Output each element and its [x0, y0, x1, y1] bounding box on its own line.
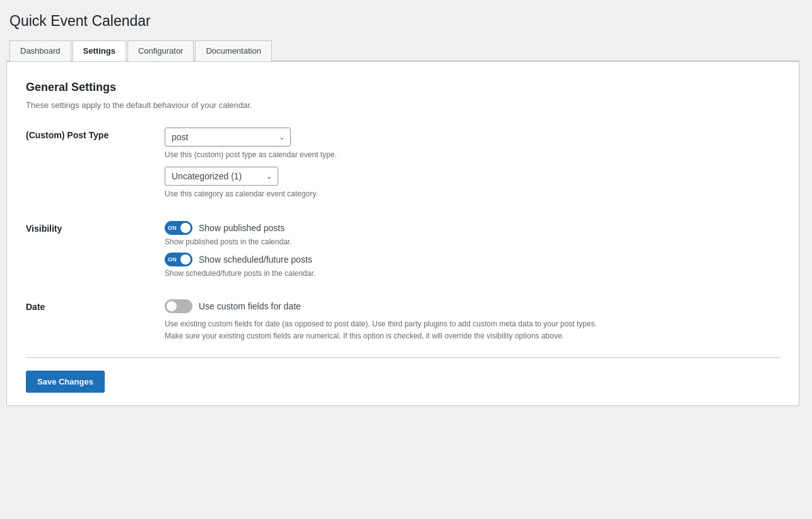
post-type-control: post page custom ⌄ Use this (custom) pos…: [165, 128, 780, 206]
show-scheduled-label: Show scheduled/future posts: [199, 254, 312, 265]
show-scheduled-toggle[interactable]: ON: [165, 253, 192, 266]
show-published-help: Show published posts in the calendar.: [165, 237, 780, 246]
date-label: Date: [26, 299, 165, 312]
post-type-select-wrapper: post page custom ⌄: [165, 128, 291, 146]
tab-configurator[interactable]: Configurator: [127, 40, 194, 61]
page-title: Quick Event Calendar: [6, 13, 799, 30]
tabs-nav: Dashboard Settings Configurator Document…: [6, 40, 799, 61]
date-toggle-row: Use custom fields for date: [165, 299, 780, 313]
category-select[interactable]: Uncategorized (1) Category 2: [165, 167, 278, 186]
date-description: Use existing custom fields for date (as …: [165, 318, 606, 342]
show-scheduled-row: ON Show scheduled/future posts: [165, 253, 780, 266]
section-description: These settings apply to the default beha…: [26, 100, 780, 110]
tab-dashboard[interactable]: Dashboard: [9, 40, 71, 61]
save-button[interactable]: Save Changes: [26, 371, 105, 393]
post-type-label: (Custom) Post Type: [26, 128, 165, 140]
date-toggle[interactable]: [165, 299, 192, 313]
show-scheduled-slider: ON: [165, 253, 192, 266]
visibility-label: Visibility: [26, 221, 165, 234]
post-type-select[interactable]: post page custom: [165, 128, 291, 146]
date-slider: [165, 299, 192, 313]
date-row: Date Use custom fields for date Use exis…: [26, 299, 780, 342]
tab-settings[interactable]: Settings: [73, 40, 126, 61]
post-type-help: Use this (custom) post type as calendar …: [165, 150, 780, 159]
category-help: Use this category as calendar event cate…: [165, 189, 780, 198]
visibility-control: ON Show published posts Show published p…: [165, 221, 780, 284]
divider: [26, 357, 780, 358]
show-published-slider: ON: [165, 221, 192, 235]
show-published-label: Show published posts: [199, 223, 285, 233]
date-custom-fields-label: Use custom fields for date: [199, 301, 301, 311]
show-scheduled-help: Show scheduled/future posts in the calen…: [165, 269, 780, 278]
settings-panel: General Settings These settings apply to…: [6, 61, 799, 406]
section-title: General Settings: [26, 81, 780, 94]
post-type-row: (Custom) Post Type post page custom ⌄ Us…: [26, 128, 780, 206]
date-control: Use custom fields for date Use existing …: [165, 299, 780, 342]
visibility-row: Visibility ON Show published posts Show …: [26, 221, 780, 284]
show-published-toggle[interactable]: ON: [165, 221, 192, 235]
category-select-wrapper: Uncategorized (1) Category 2 ⌄: [165, 167, 278, 186]
show-published-row: ON Show published posts: [165, 221, 780, 235]
tab-documentation[interactable]: Documentation: [195, 40, 271, 61]
